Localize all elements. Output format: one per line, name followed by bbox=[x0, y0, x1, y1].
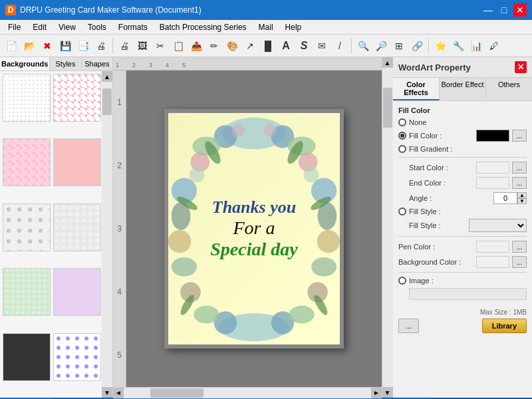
shape-button[interactable]: S bbox=[295, 37, 313, 55]
scrollbar-thumb[interactable] bbox=[102, 88, 112, 115]
end-color-dots-button[interactable]: ... bbox=[512, 177, 527, 189]
tb-extra1[interactable]: ⭐ bbox=[432, 37, 449, 55]
bg-thumb-9[interactable] bbox=[3, 333, 51, 381]
menu-file[interactable]: File bbox=[3, 21, 26, 33]
draw-button[interactable]: ✏ bbox=[205, 37, 223, 55]
panel-content: ▲ ▼ bbox=[0, 71, 112, 398]
tab-backgrounds[interactable]: Backgrounds bbox=[0, 57, 50, 70]
cut-button[interactable]: ✂ bbox=[152, 37, 169, 55]
bg-thumb-7[interactable] bbox=[3, 268, 51, 316]
menu-view[interactable]: View bbox=[53, 21, 81, 33]
image-label: Image : bbox=[409, 277, 527, 285]
zoom-out-button[interactable]: 🔎 bbox=[372, 37, 390, 55]
line-button[interactable]: / bbox=[331, 37, 348, 55]
menu-mail[interactable]: Mail bbox=[253, 21, 279, 33]
close-doc-button[interactable]: ✖ bbox=[39, 37, 56, 55]
tab-shapes[interactable]: Shapes bbox=[82, 57, 112, 70]
bg-thumb-1[interactable] bbox=[3, 74, 51, 122]
radio-none[interactable] bbox=[398, 118, 406, 126]
toolbar-sep-2 bbox=[351, 39, 352, 53]
radio-fill-gradient[interactable] bbox=[398, 145, 406, 153]
pen-color-dots-button[interactable]: ... bbox=[512, 241, 527, 253]
bg-color-swatch[interactable] bbox=[476, 256, 509, 268]
save-button[interactable]: 💾 bbox=[57, 37, 74, 55]
bg-color-dots-button[interactable]: ... bbox=[512, 256, 527, 268]
text-button[interactable]: A bbox=[277, 37, 295, 55]
card-area[interactable]: Thanks you For a Special day bbox=[126, 70, 382, 387]
wordart-tabs: Color Effects Border Effect Others bbox=[393, 78, 532, 101]
divider-2 bbox=[398, 236, 527, 237]
fill-style-select[interactable] bbox=[469, 219, 527, 232]
bg-thumb-2[interactable] bbox=[53, 74, 101, 122]
fill-color-swatch[interactable] bbox=[476, 130, 509, 142]
image-button[interactable]: 🖼 bbox=[134, 37, 151, 55]
bg-thumb-5[interactable] bbox=[3, 203, 51, 251]
angle-up-button[interactable]: ▲ bbox=[517, 192, 527, 198]
tab-border-effect[interactable]: Border Effect bbox=[440, 78, 486, 100]
maximize-button[interactable]: □ bbox=[497, 3, 511, 17]
scroll-left-button[interactable]: ◄ bbox=[113, 388, 124, 398]
envelope-button[interactable]: ✉ bbox=[313, 37, 331, 55]
open-button[interactable]: 📂 bbox=[21, 37, 38, 55]
image-path-input[interactable] bbox=[409, 288, 527, 300]
radio-fill-color[interactable] bbox=[398, 132, 406, 140]
toolbar-sep-3 bbox=[428, 39, 429, 53]
svg-point-31 bbox=[304, 167, 319, 182]
greeting-card[interactable]: Thanks you For a Special day bbox=[164, 109, 344, 348]
color-button[interactable]: 🎨 bbox=[223, 37, 241, 55]
tb-extra2[interactable]: 🔧 bbox=[450, 37, 467, 55]
menu-tools[interactable]: Tools bbox=[82, 21, 112, 33]
tb-extra4[interactable]: 🖊 bbox=[485, 37, 503, 55]
image-browse-button[interactable]: ... bbox=[398, 319, 419, 333]
arrow-button[interactable]: ↗ bbox=[241, 37, 259, 55]
tab-styles[interactable]: Styles bbox=[50, 57, 81, 70]
close-button[interactable]: ✕ bbox=[513, 3, 527, 17]
print-button[interactable]: 🖨 bbox=[92, 37, 110, 55]
snap-button[interactable]: 🔗 bbox=[408, 37, 426, 55]
export-button[interactable]: 📤 bbox=[188, 37, 205, 55]
zoom-in-button[interactable]: 🔍 bbox=[354, 37, 372, 55]
start-color-swatch[interactable] bbox=[476, 162, 509, 174]
menu-batch[interactable]: Batch Processing Series bbox=[154, 21, 252, 33]
library-button[interactable]: Library bbox=[482, 319, 527, 333]
bg-thumb-6[interactable] bbox=[53, 203, 101, 251]
bg-thumb-10[interactable] bbox=[53, 333, 101, 381]
menu-formats[interactable]: Formats bbox=[113, 21, 153, 33]
wordart-close-button[interactable]: ✕ bbox=[515, 61, 527, 73]
scroll-up-button[interactable]: ▲ bbox=[382, 57, 393, 68]
menu-help[interactable]: Help bbox=[280, 21, 307, 33]
svg-point-21 bbox=[289, 306, 315, 324]
fill-style-label: Fill Style : bbox=[409, 221, 466, 229]
save-all-button[interactable]: 📑 bbox=[74, 37, 92, 55]
bg-thumb-8[interactable] bbox=[53, 268, 101, 316]
scrollbar-down[interactable]: ▼ bbox=[102, 387, 112, 398]
print2-button[interactable]: 🖨 bbox=[116, 37, 133, 55]
tab-others[interactable]: Others bbox=[486, 78, 532, 100]
scroll-h-track bbox=[124, 388, 371, 398]
scrollbar-up[interactable]: ▲ bbox=[102, 71, 112, 82]
start-color-dots-button[interactable]: ... bbox=[512, 162, 527, 174]
bg-thumb-3[interactable] bbox=[3, 138, 51, 186]
radio-fill-style[interactable] bbox=[398, 207, 406, 215]
menu-edit[interactable]: Edit bbox=[27, 21, 52, 33]
grid-button[interactable]: ⊞ bbox=[390, 37, 408, 55]
tab-color-effects[interactable]: Color Effects bbox=[393, 78, 440, 100]
pen-color-swatch[interactable] bbox=[476, 241, 509, 253]
fill-color-dots-button[interactable]: ... bbox=[512, 130, 527, 142]
bg-thumb-4[interactable] bbox=[53, 138, 101, 186]
new-button[interactable]: 📄 bbox=[3, 37, 20, 55]
tb-extra3[interactable]: 📊 bbox=[467, 37, 485, 55]
scroll-right-button[interactable]: ► bbox=[371, 388, 382, 398]
ruler-v-1: 1 bbox=[117, 98, 122, 107]
scroll-v-thumb[interactable] bbox=[383, 88, 392, 128]
copy-button[interactable]: 📋 bbox=[170, 37, 187, 55]
angle-input[interactable] bbox=[493, 192, 517, 204]
minimize-button[interactable]: — bbox=[481, 3, 495, 17]
scroll-down-button[interactable]: ▼ bbox=[382, 387, 393, 398]
scroll-h-thumb[interactable] bbox=[150, 388, 203, 398]
end-color-swatch[interactable] bbox=[476, 177, 509, 189]
radio-image[interactable] bbox=[398, 277, 406, 285]
angle-down-button[interactable]: ▼ bbox=[517, 198, 527, 204]
barcode-button[interactable]: ▐▌ bbox=[259, 37, 277, 55]
ruler-horizontal: 1 2 3 4 5 bbox=[113, 57, 382, 70]
